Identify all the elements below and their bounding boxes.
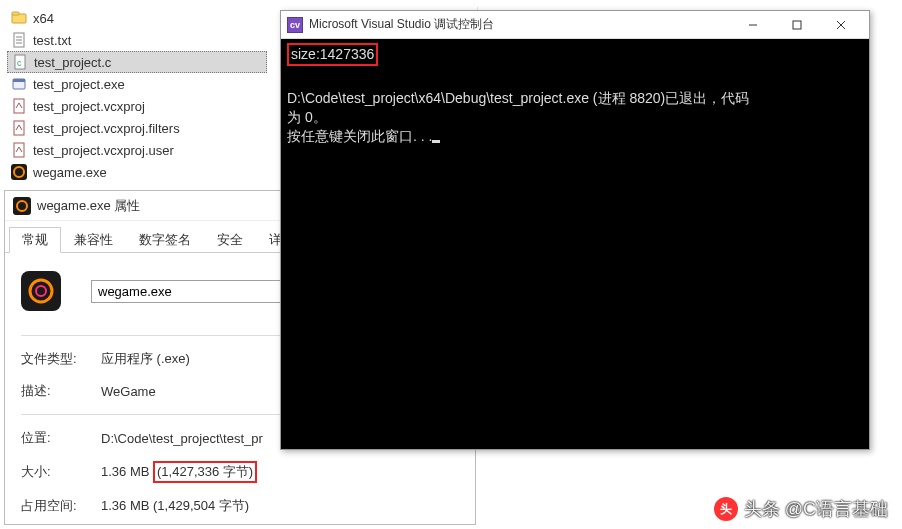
- size-prefix: 1.36 MB: [101, 464, 153, 479]
- console-titlebar[interactable]: cv Microsoft Visual Studio 调试控制台: [281, 11, 869, 39]
- console-body[interactable]: size:1427336 D:\Code\test_project\x64\De…: [281, 39, 869, 449]
- console-exit-line: D:\Code\test_project\x64\Debug\test_proj…: [287, 90, 749, 125]
- file-item-vcxproj-user[interactable]: test_project.vcxproj.user: [7, 139, 267, 161]
- vcxproj-icon: [11, 120, 27, 136]
- file-item-vcxproj-filters[interactable]: test_project.vcxproj.filters: [7, 117, 267, 139]
- svg-text:c: c: [17, 58, 22, 68]
- file-item-folder[interactable]: x64: [7, 7, 267, 29]
- file-item-wegame[interactable]: wegame.exe: [7, 161, 267, 183]
- file-item-c[interactable]: c test_project.c: [7, 51, 267, 73]
- console-icon: cv: [287, 17, 303, 33]
- svg-rect-21: [793, 21, 801, 29]
- svg-rect-11: [14, 121, 24, 135]
- file-label: wegame.exe: [33, 165, 107, 180]
- wegame-icon: [11, 164, 27, 180]
- watermark-icon: 头: [714, 497, 738, 521]
- vcxproj-icon: [11, 142, 27, 158]
- tab-signatures[interactable]: 数字签名: [126, 227, 204, 253]
- exe-icon: [11, 76, 27, 92]
- properties-title: wegame.exe 属性: [37, 197, 140, 215]
- size-value: 1.36 MB (1,427,336 字节): [101, 461, 257, 483]
- disk-label: 占用空间:: [21, 497, 101, 515]
- tab-security[interactable]: 安全: [204, 227, 256, 253]
- file-label: test_project.c: [34, 55, 111, 70]
- close-button[interactable]: [819, 12, 863, 38]
- window-buttons: [731, 12, 863, 38]
- cursor-icon: [432, 140, 440, 143]
- svg-rect-10: [14, 99, 24, 113]
- file-list: x64 test.txt c test_project.c test_proje…: [7, 7, 267, 183]
- file-label: test_project.exe: [33, 77, 125, 92]
- svg-rect-1: [12, 12, 19, 15]
- tab-compat[interactable]: 兼容性: [61, 227, 126, 253]
- size-bytes-highlight: (1,427,336 字节): [153, 461, 257, 483]
- console-title: Microsoft Visual Studio 调试控制台: [309, 16, 731, 33]
- folder-icon: [11, 10, 27, 26]
- watermark-text: 头条 @C语言基础: [744, 497, 888, 521]
- disk-value: 1.36 MB (1,429,504 字节): [101, 497, 249, 515]
- description-label: 描述:: [21, 382, 101, 400]
- file-item-vcxproj[interactable]: test_project.vcxproj: [7, 95, 267, 117]
- console-size-highlight: size:1427336: [287, 43, 378, 66]
- vcxproj-icon: [11, 98, 27, 114]
- wegame-large-icon: [21, 271, 61, 311]
- file-item-exe[interactable]: test_project.exe: [7, 73, 267, 95]
- file-label: test_project.vcxproj: [33, 99, 145, 114]
- file-label: test_project.vcxproj.filters: [33, 121, 180, 136]
- description-value: WeGame: [101, 384, 156, 399]
- maximize-button[interactable]: [775, 12, 819, 38]
- c-file-icon: c: [12, 54, 28, 70]
- svg-rect-15: [13, 197, 31, 215]
- tab-general[interactable]: 常规: [9, 227, 61, 253]
- file-label: x64: [33, 11, 54, 26]
- console-window: cv Microsoft Visual Studio 调试控制台 size:14…: [280, 10, 870, 450]
- svg-rect-17: [21, 271, 61, 311]
- file-label: test.txt: [33, 33, 71, 48]
- console-prompt-line: 按任意键关闭此窗口. . .: [287, 128, 432, 144]
- minimize-button[interactable]: [731, 12, 775, 38]
- location-label: 位置:: [21, 429, 101, 447]
- watermark: 头 头条 @C语言基础: [714, 497, 888, 521]
- location-value: D:\Code\test_project\test_pr: [101, 431, 263, 446]
- filetype-value: 应用程序 (.exe): [101, 350, 190, 368]
- filetype-label: 文件类型:: [21, 350, 101, 368]
- file-label: test_project.vcxproj.user: [33, 143, 174, 158]
- svg-rect-12: [14, 143, 24, 157]
- size-label: 大小:: [21, 463, 101, 481]
- txt-icon: [11, 32, 27, 48]
- wegame-icon: [13, 197, 31, 215]
- svg-rect-9: [13, 79, 25, 82]
- file-item-txt[interactable]: test.txt: [7, 29, 267, 51]
